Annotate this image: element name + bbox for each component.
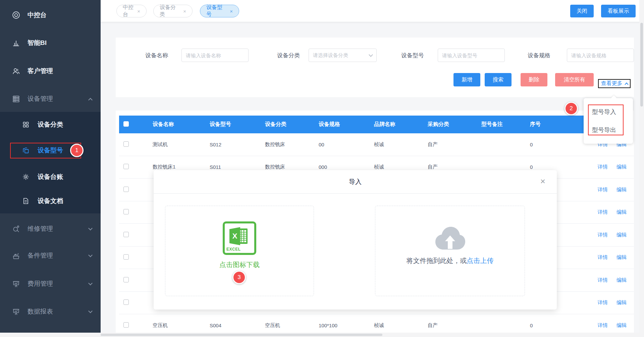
sidebar-item-customers[interactable]: 客户管理 <box>0 63 101 79</box>
detail-link[interactable]: 详情 <box>598 277 608 283</box>
dropzone-text-prefix: 将文件拖到此处，或 <box>407 257 467 264</box>
detail-link[interactable]: 详情 <box>598 209 608 215</box>
cell-equipment-model: S004 <box>210 323 265 328</box>
detail-link[interactable]: 详情 <box>598 322 608 328</box>
cell-brand-name: 桢诚 <box>374 164 428 170</box>
tab-equipment-category[interactable]: 设备分类 × <box>153 5 193 17</box>
sidebar-item-reports[interactable]: 数据报表 <box>0 303 101 320</box>
row-checkbox[interactable] <box>123 299 129 305</box>
sidebar-item-spare-parts[interactable]: 备件管理 <box>0 247 101 264</box>
detail-link[interactable]: 详情 <box>598 164 608 170</box>
row-checkbox[interactable] <box>123 141 129 147</box>
tab-close-icon[interactable]: × <box>183 9 186 14</box>
cell-equipment-name: 空压机 <box>153 322 210 329</box>
chevron-up-icon <box>625 82 628 86</box>
svg-text:X: X <box>232 232 237 240</box>
sidebar-item-equipment-ledger[interactable]: 设备台账 <box>0 168 101 185</box>
cell-equipment-category: 数控铣床 <box>265 164 319 170</box>
sidebar-item-equipment-docs[interactable]: 设备文档 <box>0 193 101 209</box>
chevron-down-icon <box>88 226 93 230</box>
filter-label-model: 设备型号 <box>401 52 424 59</box>
horizontal-scrollbar-thumb[interactable] <box>101 334 382 336</box>
equipment-spec-input[interactable] <box>567 49 634 62</box>
sidebar-item-equipment-model[interactable]: 设备型号 <box>0 142 101 159</box>
gear-icon <box>22 173 31 181</box>
select-all-checkbox[interactable] <box>123 121 129 127</box>
column-header: 设备规格 <box>319 121 374 128</box>
click-upload-link[interactable]: 点击上传 <box>467 257 494 264</box>
sidebar-item-equipment-category[interactable]: 设备分类 <box>0 116 101 133</box>
row-checkbox[interactable] <box>123 254 129 260</box>
horizontal-scrollbar[interactable] <box>0 333 644 337</box>
sidebar-item-label: 设备分类 <box>38 120 63 129</box>
tab-close-icon[interactable]: × <box>230 9 233 14</box>
vertical-scrollbar[interactable] <box>639 0 644 337</box>
tab-console[interactable]: 中控台 × <box>116 5 147 17</box>
cell-serial: 0 <box>530 323 584 328</box>
add-button[interactable]: 新增 <box>453 73 480 86</box>
cell-equipment-category: 空压机 <box>265 322 319 329</box>
edit-link[interactable]: 编辑 <box>616 187 627 192</box>
presentation-chart-icon <box>12 307 21 316</box>
column-header: 设备型号 <box>210 121 265 128</box>
app-screen: 中控台 智能BI 客户管理 设备管理 设备分类 <box>0 0 644 337</box>
download-caption[interactable]: 点击图标下载 <box>219 260 260 269</box>
edit-link[interactable]: 编辑 <box>616 322 627 328</box>
cell-brand-name: 桢诚 <box>374 141 428 148</box>
equipment-name-input[interactable] <box>181 49 249 62</box>
row-checkbox[interactable] <box>123 164 129 169</box>
equipment-model-input[interactable] <box>438 49 505 62</box>
cell-equipment-category: 数控铣床 <box>265 141 319 148</box>
row-checkbox[interactable] <box>123 277 129 282</box>
vertical-scrollbar-thumb[interactable] <box>640 23 643 107</box>
row-checkbox[interactable] <box>123 209 129 214</box>
delete-button[interactable]: 删除 <box>521 73 547 86</box>
cell-purchase-category: 自产 <box>428 322 481 329</box>
import-modal: 导入 × X EXCEL 点击图标下载 <box>154 170 557 310</box>
edit-link[interactable]: 编辑 <box>616 299 627 305</box>
detail-link[interactable]: 详情 <box>598 299 608 305</box>
view-more-link[interactable]: 查看更多 <box>598 79 631 88</box>
cell-equipment-spec: 000 <box>319 164 374 170</box>
cloud-upload-icon <box>434 226 466 251</box>
detail-link[interactable]: 详情 <box>598 254 608 260</box>
edit-link[interactable]: 编辑 <box>616 232 627 238</box>
upload-dropzone[interactable]: 将文件拖到此处，或点击上传 <box>375 206 525 296</box>
tab-close-icon[interactable]: × <box>137 9 140 14</box>
column-header: 型号备注 <box>481 121 530 128</box>
chevron-down-icon <box>88 281 93 285</box>
chevron-up-icon <box>88 98 93 102</box>
detail-link[interactable]: 详情 <box>598 232 608 238</box>
sidebar-item-repair[interactable]: 维修管理 <box>0 220 101 237</box>
edit-link[interactable]: 编辑 <box>616 277 627 283</box>
table-row: 测试机 S012 数控铣床 00 桢诚 自产 0 详情 编辑 <box>119 133 634 156</box>
sidebar-item-label: 设备管理 <box>28 94 53 103</box>
edit-link[interactable]: 编辑 <box>616 209 627 215</box>
close-icon[interactable]: × <box>540 177 545 186</box>
edit-link[interactable]: 编辑 <box>616 254 627 260</box>
sidebar-item-equipment[interactable]: 设备管理 <box>0 90 101 107</box>
menu-item-model-import[interactable]: 型号导入 <box>584 108 633 116</box>
cell-serial: 0 <box>530 142 584 147</box>
column-header: 采购分类 <box>428 121 481 128</box>
clear-all-button[interactable]: 清空所有 <box>555 73 594 86</box>
search-button[interactable]: 搜索 <box>485 73 512 86</box>
row-checkbox[interactable] <box>123 322 129 328</box>
excel-icon[interactable]: X EXCEL <box>223 221 256 255</box>
edit-link[interactable]: 编辑 <box>616 164 627 170</box>
detail-link[interactable]: 详情 <box>598 187 608 192</box>
cell-equipment-spec: 100*100 <box>319 323 374 328</box>
menu-item-model-export[interactable]: 型号导出 <box>584 126 633 134</box>
tab-equipment-model[interactable]: 设备型号 × <box>200 5 239 17</box>
chevron-down-icon <box>88 309 93 313</box>
sidebar-item-console[interactable]: 中控台 <box>0 7 101 23</box>
equipment-category-select[interactable]: 请选择设备分类 <box>309 49 377 62</box>
sidebar-item-bi[interactable]: 智能BI <box>0 35 101 51</box>
board-display-button[interactable]: 看板展示 <box>601 5 636 17</box>
row-checkbox[interactable] <box>123 187 129 192</box>
cell-equipment-name: 数控铣床1 <box>153 164 210 170</box>
close-page-button[interactable]: 关闭 <box>570 5 594 17</box>
cell-purchase-category: 自产 <box>428 164 481 170</box>
sidebar-item-expenses[interactable]: 费用管理 <box>0 275 101 292</box>
row-checkbox[interactable] <box>123 232 129 237</box>
